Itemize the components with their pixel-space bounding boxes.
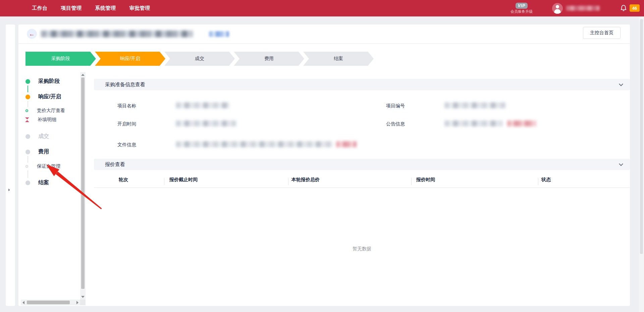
avatar[interactable]: [552, 3, 563, 14]
nav-item-project-mgmt[interactable]: 项目管理: [61, 5, 82, 11]
timeline-label: 成交: [38, 133, 49, 140]
column-separator: [288, 178, 288, 185]
timeline-item-supplement-details[interactable]: 补填明细: [21, 117, 56, 123]
vertical-scrollbar-thumb[interactable]: [81, 77, 85, 289]
timeline-connector: [28, 101, 28, 107]
timeline-label: 结案: [38, 179, 49, 186]
avatar-person-icon: [556, 5, 559, 8]
bell-icon[interactable]: [620, 4, 627, 12]
page-scrollbar-thumb[interactable]: [640, 19, 643, 254]
timeline-connector: [28, 156, 28, 163]
content-area: 采购准备信息查看 项目名称 项目编号 开启时间 公告信息 文件信息 报价查看 轮…: [94, 72, 630, 300]
timeline-label: 竞价大厅查看: [37, 108, 65, 114]
notification-count-badge[interactable]: 46: [630, 4, 640, 12]
timeline-item-procurement-stage[interactable]: 采购阶段: [21, 78, 60, 85]
expand-panel-chevron-icon[interactable]: ›: [8, 187, 12, 193]
file-info-link-redacted[interactable]: [336, 141, 357, 147]
page-scrollbar[interactable]: [639, 16, 644, 312]
project-name-value-redacted: [176, 102, 229, 108]
horizontal-scrollbar-thumb[interactable]: [27, 301, 70, 304]
quote-section-header[interactable]: 报价查看: [94, 159, 630, 170]
timeline-item-bidding-hall[interactable]: 竞价大厅查看: [21, 108, 65, 114]
timeline-item-response-open[interactable]: 响应/开启: [21, 93, 61, 100]
pending-dot-icon: [25, 180, 30, 185]
nav-item-workbench[interactable]: 工作台: [32, 5, 48, 11]
scroll-up-arrow-icon[interactable]: [81, 74, 85, 76]
vip-upgrade[interactable]: VIP 会员服务升级: [506, 2, 537, 14]
back-button[interactable]: ←: [27, 29, 37, 39]
collapse-chevron-down-icon[interactable]: [619, 82, 623, 86]
section-title: 采购准备信息查看: [105, 82, 145, 88]
column-header-round-total: 本轮报价总价: [291, 177, 320, 183]
project-status-badge-redacted: [209, 31, 229, 37]
step-response-open[interactable]: 响应/开启: [95, 52, 165, 66]
sub-step-circle-icon: [25, 109, 28, 112]
field-label-project-name: 项目名称: [117, 103, 136, 109]
empty-data-text: 暂无数据: [94, 246, 630, 252]
step-close-case[interactable]: 结案: [303, 52, 374, 66]
announcement-link-redacted[interactable]: [507, 120, 536, 126]
timeline-label: 费用: [38, 148, 49, 155]
step-deal[interactable]: 成交: [164, 52, 235, 66]
scroll-left-arrow-icon[interactable]: [22, 301, 24, 304]
console-home-button[interactable]: 主控台首页: [583, 27, 621, 39]
table-header-border: [94, 188, 630, 188]
pending-dot-icon: [25, 134, 30, 139]
stage-timeline-sidebar: 采购阶段 响应/开启 竞价大厅查看 补填明细 成交 费用 保证金管理: [21, 72, 80, 300]
timeline-item-deal[interactable]: 成交: [21, 133, 49, 140]
nav-item-system-mgmt[interactable]: 系统管理: [95, 5, 116, 11]
project-no-value-redacted: [444, 102, 505, 108]
timeline-item-fees[interactable]: 费用: [21, 148, 49, 155]
scroll-down-arrow-icon[interactable]: [81, 296, 85, 298]
collapse-chevron-down-icon[interactable]: [619, 162, 623, 166]
column-separator: [538, 178, 538, 185]
sidebar-vertical-scrollbar[interactable]: [80, 72, 86, 300]
hourglass-icon: [25, 117, 29, 122]
sub-step-circle-icon: [25, 165, 28, 168]
vip-caption: 会员服务升级: [506, 9, 537, 14]
timeline-connector: [28, 86, 28, 92]
timeline-label: 采购阶段: [38, 78, 60, 85]
timeline-item-close-case[interactable]: 结案: [21, 179, 49, 186]
done-dot-icon: [25, 79, 30, 84]
scrollbar-corner: [80, 300, 86, 305]
section-title: 报价查看: [105, 161, 125, 168]
announcement-value-redacted: [444, 120, 502, 126]
field-label-file-info: 文件信息: [117, 142, 136, 148]
header-divider: [18, 43, 630, 44]
back-arrow-icon: ←: [29, 31, 35, 37]
column-header-round: 轮次: [119, 177, 128, 183]
step-procurement-stage[interactable]: 采购阶段: [25, 52, 96, 66]
current-dot-icon: [25, 95, 30, 99]
field-label-open-time: 开启时间: [117, 121, 136, 127]
project-title-redacted: [41, 31, 193, 37]
username-redacted[interactable]: [566, 6, 600, 11]
timeline-label: 保证金管理: [37, 163, 60, 169]
field-label-project-no: 项目编号: [386, 103, 405, 109]
open-time-value-redacted: [176, 120, 236, 126]
top-nav: 工作台 项目管理 系统管理 审批管理 VIP 会员服务升级 46: [0, 0, 644, 16]
timeline-connector: [28, 170, 28, 178]
sidebar-horizontal-scrollbar[interactable]: [21, 300, 80, 305]
file-info-value-redacted: [176, 141, 333, 147]
nav-item-approval-mgmt[interactable]: 审批管理: [129, 5, 150, 11]
scroll-right-arrow-icon[interactable]: [76, 301, 78, 304]
main-card: ← 主控台首页 采购阶段 响应/开启 成交 费用 结案 采购阶段 响应/开启 竞…: [18, 24, 630, 306]
pending-dot-icon: [25, 150, 30, 154]
column-separator: [411, 178, 412, 185]
column-separator: [164, 178, 164, 185]
timeline-label: 补填明细: [38, 117, 56, 123]
column-header-quote-deadline: 报价截止时间: [169, 177, 198, 183]
vip-icon: VIP: [516, 3, 528, 9]
column-header-status: 状态: [541, 177, 551, 183]
prep-info-section-header[interactable]: 采购准备信息查看: [94, 79, 630, 90]
timeline-item-deposit-management[interactable]: 保证金管理: [21, 163, 60, 169]
column-header-quote-time: 报价时间: [416, 177, 435, 183]
field-label-announcement: 公告信息: [386, 121, 405, 127]
nav-menu: 工作台 项目管理 系统管理 审批管理: [32, 5, 150, 11]
step-fees[interactable]: 费用: [234, 52, 304, 66]
timeline-label: 响应/开启: [38, 93, 61, 100]
avatar-person-icon-body: [554, 9, 561, 14]
quote-table-header: 轮次 报价截止时间 本轮报价总价 报价时间 状态: [94, 177, 630, 187]
collapsed-left-panel: ›: [6, 24, 15, 306]
